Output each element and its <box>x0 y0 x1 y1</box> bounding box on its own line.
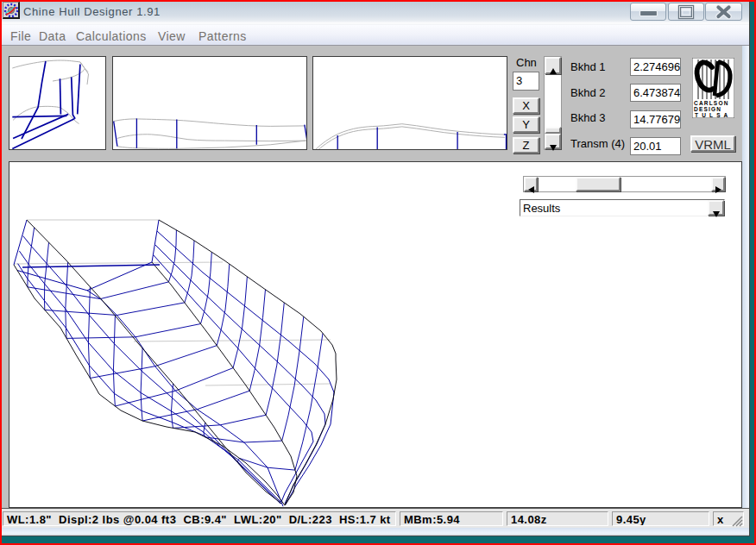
svg-text:T U L S A: T U L S A <box>695 112 728 118</box>
svg-text:DESIGN: DESIGN <box>694 106 721 112</box>
svg-text:CARLSON: CARLSON <box>694 100 729 106</box>
